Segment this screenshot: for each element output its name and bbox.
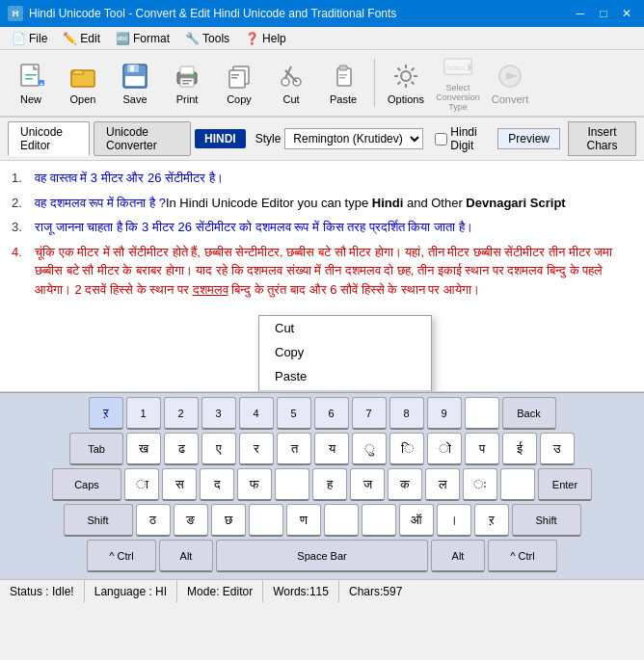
kb-key-da[interactable]: द — [200, 468, 234, 501]
menu-file[interactable]: 📄 File — [4, 30, 55, 47]
menu-tools[interactable]: 🔧 Tools — [177, 30, 237, 47]
kb-key-visarga[interactable]: ः — [463, 468, 497, 501]
kb-key-ka[interactable]: क — [388, 468, 422, 501]
kb-row-2: Tab ख ढ ए र त य ु ि ो प ई उ — [4, 433, 640, 465]
kb-key-6[interactable]: 6 — [314, 397, 349, 430]
cut-icon — [276, 61, 307, 92]
kb-key-ha[interactable]: ह — [312, 468, 347, 501]
paste-button[interactable]: Paste — [318, 54, 368, 112]
kb-key-8[interactable]: 8 — [389, 397, 424, 430]
kb-key-empty1[interactable] — [275, 468, 309, 501]
editor-line-1: 1. वह वास्तव में 3 मीटर और 26 सेंटीमीटर … — [12, 169, 632, 188]
kb-key-9[interactable]: 9 — [427, 397, 462, 430]
open-icon — [67, 61, 98, 92]
kb-key-ctrl-right[interactable]: ^ Ctrl — [488, 540, 557, 572]
kb-key-pha[interactable]: फ — [237, 468, 272, 501]
kb-key-u-matra[interactable]: ु — [352, 433, 387, 465]
close-button[interactable]: ✕ — [617, 4, 636, 23]
kb-key-ja[interactable]: ज — [350, 468, 385, 501]
kb-key-1[interactable]: 1 — [126, 397, 161, 430]
kb-key-i-matra[interactable]: ि — [389, 433, 424, 465]
hindi-digit-checkbox[interactable] — [435, 133, 447, 145]
kb-key-tab[interactable]: Tab — [69, 433, 123, 465]
new-button[interactable]: + New — [6, 54, 56, 112]
kb-key-off[interactable]: ऑ — [399, 504, 434, 537]
kb-key-sa[interactable]: स — [162, 468, 197, 501]
select-conversion-button[interactable]: Select... Select Conversion Type — [433, 54, 483, 112]
svg-line-36 — [412, 68, 415, 71]
kb-key-7[interactable]: 7 — [352, 397, 387, 430]
kb-key-dha[interactable]: ढ — [164, 433, 199, 465]
kb-key-ra[interactable]: र — [239, 433, 274, 465]
kb-key-3[interactable]: 3 — [201, 397, 236, 430]
kb-key-kha[interactable]: ख — [126, 433, 161, 465]
ctx-copy-item[interactable]: Copy — [259, 340, 431, 364]
kb-key-o-matra[interactable]: ो — [427, 433, 462, 465]
menu-edit[interactable]: ✏️ Edit — [55, 30, 108, 47]
kb-key-5[interactable]: 5 — [277, 397, 311, 430]
line-content-2: वह दशमलव रूप में कितना है ?In Hindi Unic… — [35, 194, 632, 213]
kb-key-u[interactable]: उ — [540, 433, 575, 465]
insert-chars-button[interactable]: Insert Chars — [568, 121, 636, 156]
ctx-cut-label: Cut — [275, 321, 294, 335]
kb-row-3: Caps ा स द फ ह ज क ल ः Enter — [4, 468, 640, 501]
kb-key-0[interactable] — [465, 397, 499, 430]
kb-key-empty5[interactable] — [362, 504, 396, 537]
open-button[interactable]: Open — [58, 54, 108, 112]
print-button[interactable]: Print — [162, 54, 212, 112]
kb-key-ra-special[interactable]: ऱ — [89, 397, 123, 430]
kb-key-empty3[interactable] — [249, 504, 283, 537]
kb-key-space[interactable]: Space Bar — [216, 540, 428, 572]
cut-button[interactable]: Cut — [266, 54, 316, 112]
kb-key-caps[interactable]: Caps — [52, 468, 121, 501]
status-text: Status : Idle! — [10, 585, 74, 598]
menu-format[interactable]: 🔤 Format — [108, 30, 177, 47]
kb-key-empty4[interactable] — [324, 504, 359, 537]
kb-key-tha[interactable]: ठ — [136, 504, 171, 537]
maximize-button[interactable]: □ — [594, 4, 613, 23]
kb-key-alt-right[interactable]: Alt — [431, 540, 485, 572]
kb-key-ra2[interactable]: ऱ — [474, 504, 509, 537]
kb-key-aa-matra[interactable]: ा — [124, 468, 159, 501]
title-bar-left: H Hindi Unicode Tool - Convert & Edit Hi… — [8, 6, 396, 21]
preview-button[interactable]: Preview — [497, 128, 560, 149]
kb-key-alt-left[interactable]: Alt — [159, 540, 213, 572]
context-menu: Cut Copy Paste Select All Language ▶ Edi… — [258, 315, 432, 392]
kb-key-empty2[interactable] — [500, 468, 535, 501]
save-button[interactable]: Save — [110, 54, 160, 112]
kb-key-chha[interactable]: छ — [211, 504, 246, 537]
style-select[interactable]: Remington (Krutidev) — [284, 128, 423, 149]
menu-help[interactable]: ❓ Help — [237, 30, 294, 47]
svg-rect-11 — [180, 66, 194, 74]
kb-key-ctrl-left[interactable]: ^ Ctrl — [87, 540, 156, 572]
convert-button[interactable]: Convert — [485, 54, 535, 112]
kb-key-2[interactable]: 2 — [164, 397, 199, 430]
kb-key-ta[interactable]: त — [277, 433, 311, 465]
kb-key-back[interactable]: Back — [502, 397, 556, 430]
kb-key-danda[interactable]: । — [437, 504, 471, 537]
ctx-paste-item[interactable]: Paste — [259, 364, 431, 388]
options-button[interactable]: Options — [381, 54, 431, 112]
kb-key-ya[interactable]: य — [314, 433, 349, 465]
copy-button[interactable]: Copy — [214, 54, 264, 112]
kb-key-shift-right[interactable]: Shift — [512, 504, 581, 537]
convert-icon — [495, 61, 525, 92]
kb-key-la[interactable]: ल — [425, 468, 460, 501]
kb-key-shift-left[interactable]: Shift — [64, 504, 133, 537]
chars-text: Chars:597 — [349, 585, 402, 598]
unicode-converter-tab[interactable]: Unicode Converter — [94, 121, 191, 156]
kb-key-e[interactable]: ए — [201, 433, 236, 465]
kb-key-ee[interactable]: ई — [502, 433, 537, 465]
options-icon — [390, 61, 421, 92]
editor-area[interactable]: 1. वह वास्तव में 3 मीटर और 26 सेंटीमीटर … — [0, 161, 644, 392]
kb-key-na[interactable]: ण — [286, 504, 321, 537]
kb-key-enter[interactable]: Enter — [538, 468, 592, 501]
unicode-editor-tab[interactable]: Unicode Editor — [8, 121, 90, 156]
ctx-cut-item[interactable]: Cut — [259, 316, 431, 340]
minimize-button[interactable]: ─ — [571, 4, 590, 23]
kb-key-4[interactable]: 4 — [239, 397, 274, 430]
svg-rect-14 — [182, 83, 189, 85]
select-conversion-icon: Select... — [443, 54, 473, 81]
kb-key-pa[interactable]: प — [465, 433, 499, 465]
kb-key-nga[interactable]: ङ — [174, 504, 208, 537]
